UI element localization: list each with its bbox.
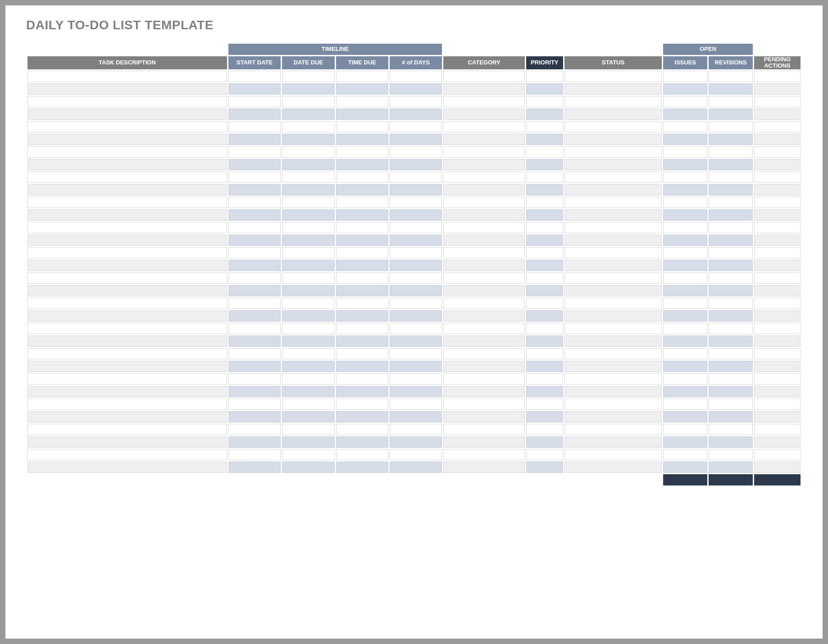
cell[interactable] — [564, 159, 662, 170]
cell[interactable] — [336, 184, 388, 195]
cell[interactable] — [754, 361, 801, 372]
cell[interactable] — [526, 323, 563, 334]
cell[interactable] — [390, 247, 442, 259]
cell[interactable] — [564, 361, 662, 372]
cell[interactable] — [282, 348, 334, 359]
cell[interactable] — [228, 184, 281, 195]
cell[interactable] — [526, 310, 563, 322]
cell[interactable] — [282, 285, 334, 296]
cell[interactable] — [336, 323, 388, 334]
cell[interactable] — [754, 323, 801, 334]
cell[interactable] — [228, 159, 281, 170]
cell[interactable] — [754, 449, 801, 460]
cell[interactable] — [27, 323, 227, 334]
cell[interactable] — [754, 285, 801, 296]
cell[interactable] — [526, 386, 563, 397]
cell[interactable] — [336, 209, 388, 221]
cell[interactable] — [709, 260, 753, 271]
cell[interactable] — [282, 272, 334, 284]
cell[interactable] — [709, 424, 753, 435]
cell[interactable] — [390, 260, 442, 271]
cell[interactable] — [336, 411, 388, 422]
cell[interactable] — [282, 399, 334, 410]
cell[interactable] — [443, 386, 524, 397]
cell[interactable] — [27, 209, 227, 221]
cell[interactable] — [663, 462, 707, 473]
cell[interactable] — [336, 260, 388, 271]
cell[interactable] — [564, 235, 662, 246]
cell[interactable] — [228, 209, 281, 221]
cell[interactable] — [709, 197, 753, 208]
cell[interactable] — [336, 348, 388, 359]
cell[interactable] — [526, 172, 563, 183]
cell[interactable] — [27, 146, 227, 158]
cell[interactable] — [663, 361, 707, 372]
cell[interactable] — [564, 83, 662, 95]
cell[interactable] — [526, 298, 563, 309]
cell[interactable] — [228, 197, 281, 208]
cell[interactable] — [228, 411, 281, 422]
cell[interactable] — [443, 222, 524, 233]
cell[interactable] — [27, 260, 227, 271]
cell[interactable] — [390, 222, 442, 233]
cell[interactable] — [663, 411, 707, 422]
cell[interactable] — [228, 298, 281, 309]
cell[interactable] — [709, 436, 753, 448]
cell[interactable] — [27, 449, 227, 460]
cell[interactable] — [390, 197, 442, 208]
cell[interactable] — [526, 109, 563, 120]
cell[interactable] — [336, 373, 388, 385]
cell[interactable] — [336, 449, 388, 460]
cell[interactable] — [564, 310, 662, 322]
cell[interactable] — [754, 336, 801, 347]
cell[interactable] — [526, 361, 563, 372]
cell[interactable] — [390, 96, 442, 107]
cell[interactable] — [27, 222, 227, 233]
cell[interactable] — [526, 348, 563, 359]
cell[interactable] — [443, 411, 524, 422]
cell[interactable] — [27, 285, 227, 296]
cell[interactable] — [390, 449, 442, 460]
cell[interactable] — [443, 159, 524, 170]
cell[interactable] — [282, 310, 334, 322]
cell[interactable] — [709, 134, 753, 145]
cell[interactable] — [228, 96, 281, 107]
cell[interactable] — [390, 272, 442, 284]
cell[interactable] — [709, 222, 753, 233]
cell[interactable] — [390, 298, 442, 309]
cell[interactable] — [336, 197, 388, 208]
cell[interactable] — [443, 399, 524, 410]
cell[interactable] — [282, 172, 334, 183]
cell[interactable] — [663, 247, 707, 259]
cell[interactable] — [282, 336, 334, 347]
cell[interactable] — [390, 71, 442, 82]
cell[interactable] — [709, 96, 753, 107]
cell[interactable] — [390, 310, 442, 322]
cell[interactable] — [228, 134, 281, 145]
cell[interactable] — [282, 373, 334, 385]
cell[interactable] — [443, 146, 524, 158]
cell[interactable] — [663, 121, 707, 132]
cell[interactable] — [564, 424, 662, 435]
cell[interactable] — [336, 310, 388, 322]
cell[interactable] — [336, 235, 388, 246]
cell[interactable] — [754, 310, 801, 322]
cell[interactable] — [336, 134, 388, 145]
cell[interactable] — [443, 449, 524, 460]
cell[interactable] — [443, 285, 524, 296]
cell[interactable] — [390, 424, 442, 435]
cell[interactable] — [282, 260, 334, 271]
cell[interactable] — [754, 399, 801, 410]
cell[interactable] — [443, 247, 524, 259]
cell[interactable] — [27, 109, 227, 120]
cell[interactable] — [443, 83, 524, 95]
cell[interactable] — [709, 323, 753, 334]
cell[interactable] — [27, 373, 227, 385]
cell[interactable] — [336, 71, 388, 82]
cell[interactable] — [228, 235, 281, 246]
cell[interactable] — [564, 109, 662, 120]
cell[interactable] — [282, 298, 334, 309]
cell[interactable] — [336, 424, 388, 435]
cell[interactable] — [336, 247, 388, 259]
cell[interactable] — [663, 197, 707, 208]
